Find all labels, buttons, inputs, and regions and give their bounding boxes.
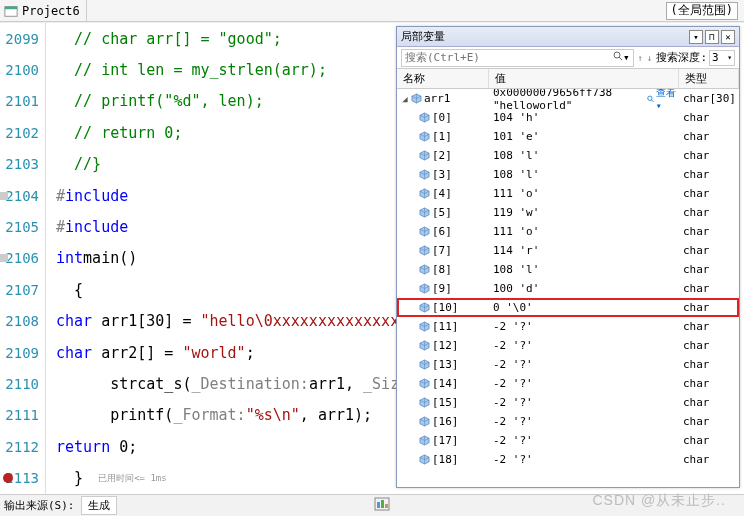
col-name[interactable]: 名称: [397, 69, 489, 88]
watermark: CSDN @从未止步..: [592, 492, 726, 510]
svg-rect-9: [385, 504, 388, 508]
depth-dropdown[interactable]: 3▾: [709, 50, 735, 66]
locals-columns: 名称 值 类型: [397, 69, 739, 89]
nav-down-icon[interactable]: ↓: [647, 53, 652, 63]
pin-icon[interactable]: ⊓: [705, 30, 719, 44]
output-source[interactable]: 生成: [81, 496, 117, 515]
project-tab[interactable]: Project6: [0, 0, 87, 21]
search-input[interactable]: [405, 51, 585, 64]
search-field[interactable]: ▾: [401, 49, 634, 67]
output-label: 输出来源(S):: [4, 498, 75, 513]
table-row[interactable]: [1]101 'e'char: [397, 127, 739, 146]
table-row[interactable]: [15]-2 '?'char: [397, 393, 739, 412]
locals-title: 局部变量: [401, 29, 445, 44]
col-type[interactable]: 类型: [679, 69, 739, 88]
table-row[interactable]: [9]100 'd'char: [397, 279, 739, 298]
table-row[interactable]: [12]-2 '?'char: [397, 336, 739, 355]
search-icon[interactable]: ▾: [613, 51, 630, 64]
table-row[interactable]: [8]108 'l'char: [397, 260, 739, 279]
locals-panel: 局部变量 ▾ ⊓ ✕ ▾ ↑ ↓ 搜索深度: 3▾ 名称 值 类型 ◢arr10…: [396, 26, 740, 488]
table-row[interactable]: [5]119 'w'char: [397, 203, 739, 222]
table-row[interactable]: [4]111 'o'char: [397, 184, 739, 203]
nav-up-icon[interactable]: ↑: [638, 53, 643, 63]
dropdown-icon[interactable]: ▾: [689, 30, 703, 44]
close-icon[interactable]: ✕: [721, 30, 735, 44]
depth-label: 搜索深度:: [656, 50, 707, 65]
tool-icon[interactable]: [374, 497, 390, 514]
table-row[interactable]: [16]-2 '?'char: [397, 412, 739, 431]
table-row[interactable]: [6]111 'o'char: [397, 222, 739, 241]
table-row[interactable]: [3]108 'l'char: [397, 165, 739, 184]
table-row[interactable]: [7]114 'r'char: [397, 241, 739, 260]
table-row[interactable]: [10]0 '\0'char: [397, 298, 739, 317]
table-row[interactable]: [0]104 'h'char: [397, 108, 739, 127]
svg-line-3: [619, 57, 622, 60]
table-row[interactable]: [18]-2 '?'char: [397, 450, 739, 469]
svg-rect-7: [377, 502, 380, 508]
locals-toolbar: ▾ ↑ ↓ 搜索深度: 3▾: [397, 47, 739, 69]
project-name: Project6: [22, 4, 80, 18]
locals-rows[interactable]: ◢arr10x00000079656ff738 "helloworld"查看 ▾…: [397, 89, 739, 487]
svg-rect-8: [381, 500, 384, 508]
depth-value: 3: [712, 51, 719, 64]
scope-dropdown[interactable]: (全局范围): [666, 2, 738, 20]
top-bar: Project6 (全局范围): [0, 0, 744, 22]
table-row[interactable]: [2]108 'l'char: [397, 146, 739, 165]
table-row[interactable]: [13]-2 '?'char: [397, 355, 739, 374]
table-row[interactable]: [14]-2 '?'char: [397, 374, 739, 393]
svg-line-5: [652, 99, 654, 101]
locals-header[interactable]: 局部变量 ▾ ⊓ ✕: [397, 27, 739, 47]
col-value[interactable]: 值: [489, 69, 679, 88]
table-row[interactable]: [11]-2 '?'char: [397, 317, 739, 336]
scope-label: (全局范围): [671, 2, 733, 19]
table-row[interactable]: [17]-2 '?'char: [397, 431, 739, 450]
